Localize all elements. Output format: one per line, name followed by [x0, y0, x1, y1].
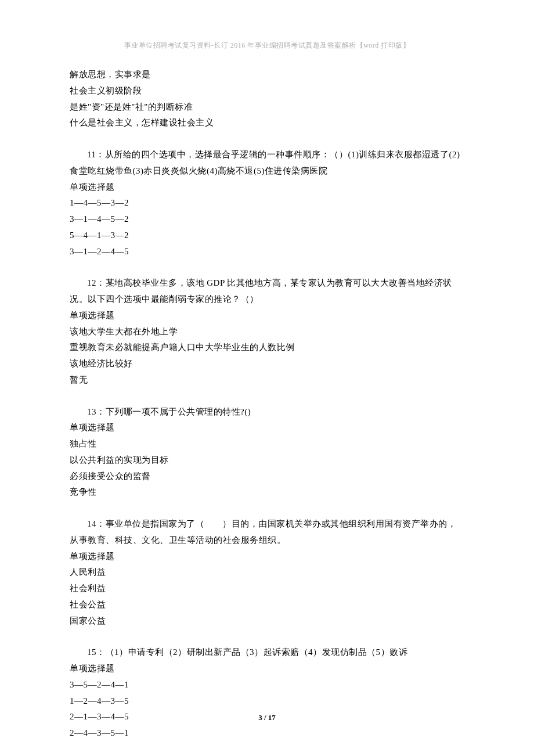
option: 是姓"资"还是姓"社"的判断标准	[70, 99, 464, 116]
question-type: 单项选择题	[70, 661, 464, 677]
option: 1—2—4—3—5	[70, 693, 464, 710]
question-stem: 12：某地高校毕业生多，该地 GDP 比其他地方高，某专家认为教育可以大大改善当…	[70, 275, 464, 308]
option: 3—1—2—4—5	[70, 244, 464, 260]
option: 以公共利益的实现为目标	[70, 452, 464, 469]
option: 社会利益	[70, 581, 464, 597]
option: 人民利益	[70, 564, 464, 581]
option: 重视教育未必就能提高户籍人口中大学毕业生的人数比例	[70, 340, 464, 356]
question-type: 单项选择题	[70, 308, 464, 324]
question-14: 14：事业单位是指国家为了（ ）目的，由国家机关举办或其他组织利用国有资产举办的…	[70, 516, 464, 629]
question-stem: 13：下列哪一项不属于公共管理的特性?()	[70, 404, 464, 420]
question-type: 单项选择题	[70, 549, 464, 565]
option: 该地大学生大都在外地上学	[70, 324, 464, 340]
option: 必须接受公众的监督	[70, 469, 464, 485]
option: 社会公益	[70, 597, 464, 613]
option: 暂无	[70, 372, 464, 388]
option: 该地经济比较好	[70, 356, 464, 372]
document-content: 解放思想，实事求是 社会主义初级阶段 是姓"资"还是姓"社"的判断标准 什么是社…	[70, 67, 464, 756]
question-15: 15：（1）申请专利（2）研制出新产品（3）起诉索赔（4）发现仿制品（5）败诉 …	[70, 645, 464, 741]
question-type: 单项选择题	[70, 179, 464, 196]
question-13: 13：下列哪一项不属于公共管理的特性?() 单项选择题 独占性 以公共利益的实现…	[70, 404, 464, 501]
option: 解放思想，实事求是	[70, 67, 464, 83]
option: 3—1—4—5—2	[70, 211, 464, 228]
question-stem: 11：从所给的四个选项中，选择最合乎逻辑的一种事件顺序：（）(1)训练归来衣服都…	[70, 147, 464, 179]
option: 独占性	[70, 436, 464, 452]
option: 国家公益	[70, 613, 464, 629]
option: 3—5—2—4—1	[70, 677, 464, 693]
question-11: 11：从所给的四个选项中，选择最合乎逻辑的一种事件顺序：（）(1)训练归来衣服都…	[70, 147, 464, 260]
question-12: 12：某地高校毕业生多，该地 GDP 比其他地方高，某专家认为教育可以大大改善当…	[70, 275, 464, 388]
option: 5—4—1—3—2	[70, 228, 464, 244]
option: 1—4—5—3—2	[70, 195, 464, 211]
question-10-options: 解放思想，实事求是 社会主义初级阶段 是姓"资"还是姓"社"的判断标准 什么是社…	[70, 67, 464, 131]
question-type: 单项选择题	[70, 420, 464, 436]
option: 什么是社会主义，怎样建设社会主义	[70, 115, 464, 131]
option: 2—4—3—5—1	[70, 725, 464, 741]
option: 社会主义初级阶段	[70, 83, 464, 99]
page-header: 事业单位招聘考试复习资料-长汀 2016 年事业编招聘考试真题及答案解析【wor…	[0, 41, 534, 51]
page-footer: 3 / 17	[0, 713, 534, 722]
question-stem: 14：事业单位是指国家为了（ ）目的，由国家机关举办或其他组织利用国有资产举办的…	[70, 516, 464, 549]
option: 竞争性	[70, 484, 464, 501]
question-stem: 15：（1）申请专利（2）研制出新产品（3）起诉索赔（4）发现仿制品（5）败诉	[70, 645, 464, 661]
